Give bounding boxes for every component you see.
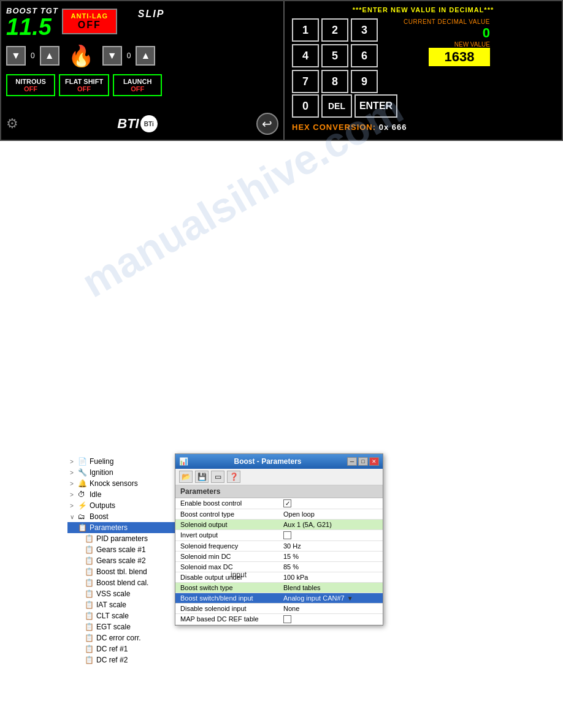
tree-label-dc-ref2: DC ref #2: [96, 656, 128, 664]
checkbox-enable-boost[interactable]: ✓: [283, 499, 291, 507]
anti-lag-box[interactable]: ANTI-LAG OFF: [62, 9, 117, 34]
enter-value-header: ***ENTER NEW VALUE IN DECIMAL***: [292, 6, 554, 13]
current-decimal-label: CURRENT DECIMAL VALUE: [404, 18, 490, 25]
bti-logo-text: BTI: [117, 116, 139, 132]
bottom-section: > 📄 Fueling > 🔧 Ignition > 🔔 Knock senso…: [67, 453, 383, 665]
value-display-block: CURRENT DECIMAL VALUE 0 NEW VALUE 1638: [404, 18, 490, 118]
tree-label-parameters: Parameters: [90, 523, 128, 532]
tree-icon-idle: ⏱: [78, 490, 88, 499]
param-name-solenoid-max: Solenoid max DC: [175, 562, 280, 572]
num-btn-3[interactable]: 3: [351, 18, 378, 42]
dialog-window-buttons: ─ □ ✕: [347, 457, 379, 466]
tree-item-gears2[interactable]: 📋 Gears scale #2: [67, 555, 175, 566]
hex-conversion-label: HEX CONVERSION:: [292, 123, 376, 132]
enter-btn[interactable]: ENTER: [354, 94, 397, 118]
dropdown-arrow-boost-blend[interactable]: ▼: [347, 595, 353, 602]
num-btn-4[interactable]: 4: [292, 44, 319, 67]
slip-down-btn[interactable]: ▼: [102, 46, 122, 66]
toolbar-help-btn[interactable]: ❓: [227, 471, 240, 483]
num-btn-9[interactable]: 9: [351, 70, 378, 93]
param-row-solenoid-freq[interactable]: Solenoid frequency 30 Hz: [175, 541, 383, 552]
param-name-boost-switch-type: Boost switch type: [175, 583, 280, 593]
num-btn-6[interactable]: 6: [351, 44, 378, 67]
tree-icon-boost-blend: 📋: [85, 578, 94, 587]
tree-label-dc-error: DC error corr.: [96, 634, 141, 642]
back-btn[interactable]: ↩: [256, 113, 278, 135]
launch-status: OFF: [119, 85, 156, 93]
tree-item-vss[interactable]: 📋 VSS scale: [67, 588, 175, 599]
num-btn-1[interactable]: 1: [292, 18, 319, 42]
param-row-solenoid-max[interactable]: Solenoid max DC 85 %: [175, 562, 383, 572]
nitrous-status: OFF: [12, 85, 49, 93]
param-row-boost-type[interactable]: Boost control type Open loop: [175, 509, 383, 520]
param-row-solenoid-min[interactable]: Solenoid min DC 15 %: [175, 552, 383, 562]
slip-up-btn[interactable]: ▲: [136, 46, 155, 66]
num-btn-0[interactable]: 0: [292, 94, 319, 118]
param-row-enable-boost[interactable]: Enable boost control ✓: [175, 498, 383, 509]
boost-up-btn[interactable]: ▲: [40, 46, 59, 66]
flat-shift-btn[interactable]: FLAT SHIFT OFF: [59, 74, 109, 96]
tree-item-gears1[interactable]: 📋 Gears scale #1: [67, 544, 175, 555]
tree-panel: > 📄 Fueling > 🔧 Ignition > 🔔 Knock senso…: [67, 453, 175, 665]
num-btn-5[interactable]: 5: [321, 44, 348, 67]
param-row-disable-output[interactable]: Disable output under 100 kPa: [175, 572, 383, 583]
tree-item-boost-blend[interactable]: 📋 Boost blend cal.: [67, 577, 175, 588]
slip-block: SLIP: [126, 9, 165, 20]
param-row-map-dc-ref[interactable]: MAP based DC REF table: [175, 614, 383, 625]
minimize-btn[interactable]: ─: [347, 457, 357, 466]
anti-lag-flame: 🔥: [68, 44, 94, 68]
param-value-disable-solenoid: None: [280, 604, 383, 613]
nitrous-btn[interactable]: NITROUS OFF: [6, 74, 55, 96]
tree-icon-vss: 📋: [85, 590, 94, 598]
param-row-boost-blend-input[interactable]: Boost switch/blend input Analog input CA…: [175, 593, 383, 604]
restore-btn[interactable]: □: [358, 457, 368, 466]
tree-item-parameters[interactable]: 📋 Parameters: [67, 522, 175, 533]
tree-label-ignition: Ignition: [90, 468, 113, 477]
new-value-display: 1638: [429, 48, 490, 66]
del-btn[interactable]: DEL: [321, 94, 352, 118]
dialog-title-text: Boost - Parameters: [234, 457, 301, 466]
launch-btn[interactable]: LAUNCH OFF: [113, 74, 162, 96]
tree-icon-ignition: 🔧: [78, 468, 88, 477]
tree-item-egt[interactable]: 📋 EGT scale: [67, 621, 175, 632]
toolbar-save-btn[interactable]: 💾: [195, 471, 209, 483]
toolbar-open-btn[interactable]: 📂: [179, 471, 193, 483]
toolbar-view-btn[interactable]: ▭: [211, 471, 224, 483]
tree-label-clt: CLT scale: [96, 612, 129, 620]
param-row-invert-output[interactable]: Invert output: [175, 530, 383, 541]
flat-shift-label: FLAT SHIFT: [65, 78, 103, 85]
boost-zero-label: 0: [31, 51, 35, 60]
checkbox-map-dc-ref[interactable]: [283, 615, 291, 623]
tree-item-boost-tbl[interactable]: 📋 Boost tbl. blend: [67, 566, 175, 577]
param-name-solenoid-min: Solenoid min DC: [175, 552, 280, 561]
tree-item-knock[interactable]: > 🔔 Knock sensors: [67, 478, 175, 489]
tree-label-egt: EGT scale: [96, 623, 131, 631]
tree-item-clt[interactable]: 📋 CLT scale: [67, 610, 175, 621]
tree-item-dc-error[interactable]: 📋 DC error corr.: [67, 632, 175, 643]
tree-item-dc-ref1[interactable]: 📋 DC ref #1: [67, 643, 175, 654]
param-value-map-dc-ref: [280, 614, 383, 624]
bottom-icons-row: ⚙ BTI BTi ↩: [6, 113, 278, 135]
tree-item-pid[interactable]: 📋 PID parameters: [67, 533, 175, 544]
boost-down-btn[interactable]: ▼: [6, 46, 26, 66]
tree-item-outputs[interactable]: > ⚡ Outputs: [67, 500, 175, 511]
close-btn[interactable]: ✕: [369, 457, 379, 466]
tree-item-ignition[interactable]: > 🔧 Ignition: [67, 467, 175, 478]
anti-lag-title: ANTI-LAG: [69, 12, 110, 20]
tree-item-fueling[interactable]: > 📄 Fueling: [67, 456, 175, 467]
tree-item-iat[interactable]: 📋 IAT scale: [67, 599, 175, 610]
param-name-solenoid-output: Solenoid output: [175, 520, 280, 529]
tree-item-boost[interactable]: ∨ 🗂 Boost: [67, 511, 175, 522]
num-btn-8[interactable]: 8: [321, 70, 348, 93]
gear-icon[interactable]: ⚙: [6, 116, 18, 132]
checkbox-invert-output[interactable]: [283, 531, 291, 539]
param-row-boost-switch-type[interactable]: Boost switch type Blend tables: [175, 583, 383, 593]
tree-item-dc-ref2[interactable]: 📋 DC ref #2: [67, 654, 175, 665]
num-btn-7[interactable]: 7: [292, 70, 319, 93]
tree-icon-fueling: 📄: [78, 457, 88, 466]
param-row-solenoid-output[interactable]: Solenoid output Aux 1 (5A, G21): [175, 520, 383, 530]
num-btn-2[interactable]: 2: [321, 18, 348, 42]
param-value-solenoid-max: 85 %: [280, 562, 383, 572]
param-row-disable-solenoid[interactable]: Disable solenoid input None: [175, 604, 383, 614]
tree-item-idle[interactable]: > ⏱ Idle: [67, 489, 175, 500]
